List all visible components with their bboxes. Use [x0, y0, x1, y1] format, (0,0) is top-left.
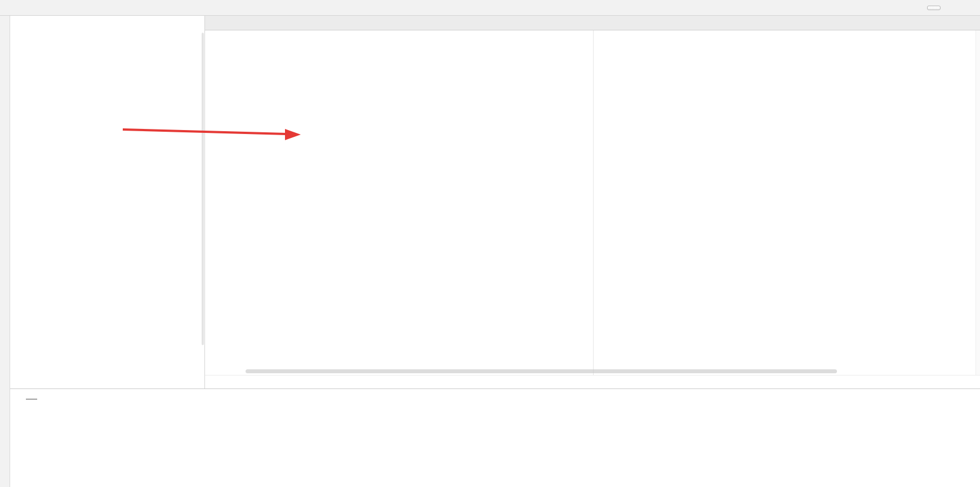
titlebar — [0, 0, 980, 16]
horizontal-scrollbar[interactable] — [246, 369, 837, 373]
terminal-output[interactable] — [10, 405, 980, 487]
project-panel-header — [10, 16, 204, 30]
project-tree — [10, 30, 204, 388]
add-configuration-button[interactable] — [927, 6, 941, 10]
code-editor[interactable] — [205, 30, 980, 375]
right-margin-guide — [593, 30, 594, 375]
project-tree-scrollbar[interactable] — [202, 33, 204, 345]
editor-tabs — [205, 16, 980, 30]
project-panel — [10, 16, 205, 388]
terminal-panel — [10, 388, 980, 487]
terminal-tab-local[interactable] — [26, 394, 37, 400]
terminal-header — [10, 389, 980, 405]
editor-breadcrumb — [205, 375, 980, 388]
main-layout — [0, 16, 980, 487]
left-tool-strip — [0, 16, 10, 487]
titlebar-toolbar — [927, 6, 975, 10]
editor-area — [205, 16, 980, 388]
main-column — [10, 16, 980, 487]
editor-error-stripe[interactable] — [975, 30, 980, 375]
workspace-row — [10, 16, 980, 388]
